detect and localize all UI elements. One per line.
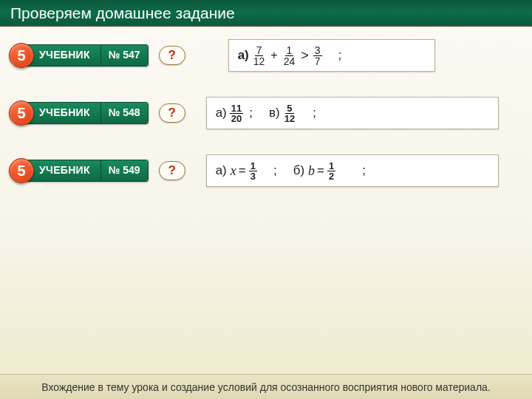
exercise-number: № 548 <box>100 103 148 123</box>
separator: ; <box>338 48 342 63</box>
answer-box: а) 11 20 ; в) 5 12 ; <box>206 97 499 129</box>
slide-header: Проверяем домашнее задание <box>0 0 532 27</box>
separator: ; <box>362 163 366 178</box>
part-label: а) <box>238 48 249 63</box>
grade-badge-icon: 5 <box>9 158 34 183</box>
grade-badge-icon: 5 <box>9 43 34 68</box>
textbook-label: УЧЕБНИК <box>26 160 100 181</box>
question-mark-button[interactable]: ? <box>159 161 185 180</box>
variable: b <box>308 163 315 179</box>
exercise-number: № 547 <box>100 45 148 66</box>
fraction: 1 3 <box>249 161 257 181</box>
textbook-label: УЧЕБНИК <box>26 103 100 123</box>
fraction: 1 24 <box>282 45 297 66</box>
operator-gt: > <box>301 48 309 64</box>
separator: ; <box>273 163 277 178</box>
question-mark-button[interactable]: ? <box>159 103 185 123</box>
answer-box: а) x = 1 3 ; б) b = 1 2 ; <box>206 154 499 187</box>
variable: x <box>231 163 236 179</box>
textbook-pill: УЧЕБНИК № 547 <box>25 44 149 66</box>
grade-badge-icon: 5 <box>9 100 34 126</box>
equals: = <box>239 163 246 178</box>
operator-plus: + <box>270 49 277 62</box>
exercise-row: 5 УЧЕБНИК № 547 ? а) 7 12 + 1 24 > 3 7 ; <box>9 38 523 72</box>
fraction: 3 7 <box>313 45 322 66</box>
slide-footer: Вхождение в тему урока и создание услови… <box>0 374 532 399</box>
slide-title: Проверяем домашнее задание <box>10 4 235 21</box>
textbook-label: УЧЕБНИК <box>26 45 100 66</box>
separator: ; <box>313 106 316 120</box>
textbook-pill: УЧЕБНИК № 549 <box>25 160 149 182</box>
answer-box: а) 7 12 + 1 24 > 3 7 ; <box>228 39 435 72</box>
exercise-number: № 549 <box>100 160 148 181</box>
fraction: 7 12 <box>252 45 267 66</box>
part-label: б) <box>293 163 304 178</box>
fraction: 11 20 <box>230 103 243 123</box>
part-label: а) <box>216 163 227 178</box>
fraction: 1 2 <box>327 161 335 181</box>
footer-text: Вхождение в тему урока и создание услови… <box>41 381 491 393</box>
content-area: 5 УЧЕБНИК № 547 ? а) 7 12 + 1 24 > 3 7 ; <box>0 27 532 188</box>
part-label: в) <box>269 106 280 120</box>
textbook-pill: УЧЕБНИК № 548 <box>25 102 149 124</box>
equals: = <box>317 163 324 178</box>
exercise-row: 5 УЧЕБНИК № 548 ? а) 11 20 ; в) 5 12 ; <box>9 96 523 130</box>
part-label: а) <box>216 106 227 120</box>
separator: ; <box>249 106 253 120</box>
fraction: 5 12 <box>283 103 296 123</box>
question-mark-button[interactable]: ? <box>159 46 185 65</box>
exercise-row: 5 УЧЕБНИК № 549 ? а) x = 1 3 ; б) b = 1 … <box>9 154 523 188</box>
